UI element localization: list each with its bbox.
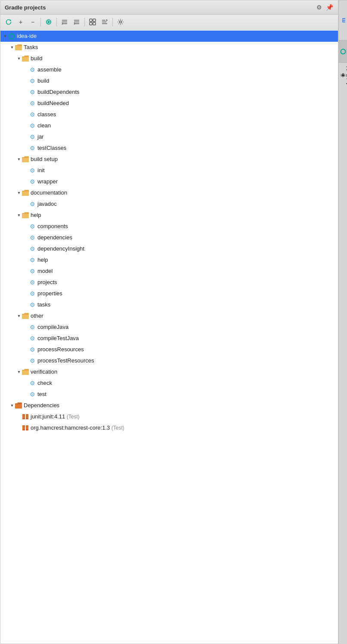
tree-item-compileTestJava[interactable]: compileTestJava: [0, 333, 338, 344]
gear-icon-jar: [29, 133, 36, 140]
tree-item-dependencyInsight[interactable]: dependencyInsight: [0, 243, 338, 254]
gear-icon-assemble: [29, 66, 36, 73]
tree-item-other-folder[interactable]: other: [0, 310, 338, 322]
svg-rect-31: [26, 428, 28, 429]
separator-1: [40, 18, 41, 26]
tree-item-dependencies[interactable]: dependencies: [0, 232, 338, 243]
expand-arrow-documentation[interactable]: [16, 190, 22, 196]
tree-item-projects[interactable]: projects: [0, 277, 338, 288]
collapse-all-button[interactable]: [59, 16, 70, 28]
tree-label-init: init: [37, 166, 45, 175]
tree-label-dependencies-folder: Dependencies: [24, 401, 59, 410]
tree-item-buildDependents[interactable]: buildDependents: [0, 87, 338, 98]
tree-item-build-setup-folder[interactable]: build setup: [0, 154, 338, 165]
gear-icon-dependencies: [29, 234, 36, 241]
expand-arrow-build[interactable]: [16, 56, 22, 62]
tree-label-tasks: Tasks: [24, 43, 38, 52]
tree-item-help-task[interactable]: help: [0, 254, 338, 266]
gear-icon-classes: [29, 111, 36, 118]
sort-button[interactable]: [99, 16, 110, 28]
tree-item-processResources[interactable]: processResources: [0, 344, 338, 355]
tree-item-testClasses[interactable]: testClasses: [0, 142, 338, 154]
svg-rect-22: [22, 415, 25, 416]
gear-icon-check: [29, 380, 36, 387]
tree-item-tasks[interactable]: Tasks: [0, 42, 338, 53]
expand-arrow-dependencies[interactable]: [9, 402, 15, 409]
tree-label-documentation: documentation: [31, 188, 67, 198]
gear-icon-components: [29, 223, 36, 230]
tree-label-assemble: assemble: [37, 65, 62, 74]
tree-label-properties: properties: [37, 289, 62, 298]
expand-all-button[interactable]: [71, 16, 82, 28]
refresh-button[interactable]: [3, 16, 14, 28]
gear-icon-javadoc: [29, 201, 36, 207]
tree-container[interactable]: idea-ide Tasks build: [0, 30, 338, 644]
tree-item-check[interactable]: check: [0, 378, 338, 389]
tree-item-idea-ide[interactable]: idea-ide: [0, 31, 338, 42]
expand-arrow-build-setup[interactable]: [16, 156, 22, 162]
tree-item-jar[interactable]: jar: [0, 131, 338, 142]
expand-arrow-help[interactable]: [16, 212, 22, 218]
tree-item-javadoc[interactable]: javadoc: [0, 198, 338, 210]
gear-icon-testClasses: [29, 145, 36, 152]
tree-item-build-folder[interactable]: build: [0, 53, 338, 64]
settings-btn[interactable]: [115, 16, 126, 28]
sidebar-tab-gradle[interactable]: Gradle: [339, 40, 347, 62]
svg-rect-11: [93, 19, 96, 22]
sidebar-tab-ant[interactable]: 🕷 Ant Build: [339, 62, 347, 89]
tree-item-dependencies-folder[interactable]: Dependencies: [0, 400, 338, 411]
tree-item-documentation-folder[interactable]: documentation: [0, 187, 338, 198]
tree-item-tasks-task[interactable]: tasks: [0, 299, 338, 310]
expand-arrow-tasks[interactable]: [9, 44, 15, 50]
gear-icon-init: [29, 167, 36, 174]
pin-icon[interactable]: 📌: [325, 3, 334, 12]
tree-item-classes[interactable]: classes: [0, 109, 338, 120]
gear-icon-dependencyInsight: [29, 245, 36, 252]
tree-item-compileJava[interactable]: compileJava: [0, 322, 338, 333]
expand-arrow-other[interactable]: [16, 313, 22, 319]
svg-rect-28: [22, 427, 25, 427]
gear-icon-projects: [29, 279, 36, 286]
tree-item-verification-folder[interactable]: verification: [0, 366, 338, 378]
tree-item-wrapper[interactable]: wrapper: [0, 176, 338, 187]
tree-label-check: check: [37, 378, 52, 388]
gear-icon-compileJava: [29, 324, 36, 331]
tree-item-components[interactable]: components: [0, 221, 338, 232]
tree-item-junit[interactable]: junit:junit:4.11 (Test): [0, 411, 338, 422]
tree-item-assemble[interactable]: assemble: [0, 64, 338, 75]
tree-item-processTestResources[interactable]: processTestResources: [0, 355, 338, 366]
gear-icon-buildNeeded: [29, 100, 36, 107]
gear-icon-processResources: [29, 346, 36, 353]
gear-icon-wrapper: [29, 178, 36, 185]
tree-item-test[interactable]: test: [0, 389, 338, 400]
tree-item-hamcrest[interactable]: org.hamcrest:hamcrest-core:1.3 (Test): [0, 422, 338, 433]
svg-point-32: [341, 49, 346, 54]
tree-item-help-folder[interactable]: help: [0, 210, 338, 221]
gear-icon-clean: [29, 122, 36, 129]
add-button[interactable]: +: [15, 16, 26, 28]
remove-button[interactable]: −: [27, 16, 38, 28]
tree-label-clean: clean: [37, 121, 51, 130]
tree-label-build-folder: build: [31, 54, 42, 63]
expand-arrow-idea-ide[interactable]: [2, 33, 8, 39]
tree-item-clean[interactable]: clean: [0, 120, 338, 131]
folder-icon-documentation: [22, 189, 29, 196]
tree-label-processResources: processResources: [37, 345, 84, 354]
svg-rect-25: [26, 417, 28, 418]
tree-item-buildNeeded[interactable]: buildNeeded: [0, 98, 338, 109]
separator-4: [112, 18, 113, 26]
folder-icon-verification: [22, 368, 29, 375]
group-button[interactable]: [87, 16, 98, 28]
expand-arrow-verification[interactable]: [16, 369, 22, 375]
tree-label-buildNeeded: buildNeeded: [37, 99, 69, 108]
folder-icon-build: [22, 55, 29, 62]
tree-item-init[interactable]: init: [0, 165, 338, 176]
sidebar-tab-maven[interactable]: m Maven Projects: [339, 0, 347, 40]
tree-item-build[interactable]: build: [0, 75, 338, 87]
svg-rect-10: [90, 19, 92, 22]
tree-item-model[interactable]: model: [0, 266, 338, 277]
settings-icon[interactable]: ⚙: [315, 3, 323, 12]
run-button[interactable]: [43, 16, 54, 28]
gear-icon-processTestResources: [29, 357, 36, 364]
tree-item-properties[interactable]: properties: [0, 288, 338, 299]
